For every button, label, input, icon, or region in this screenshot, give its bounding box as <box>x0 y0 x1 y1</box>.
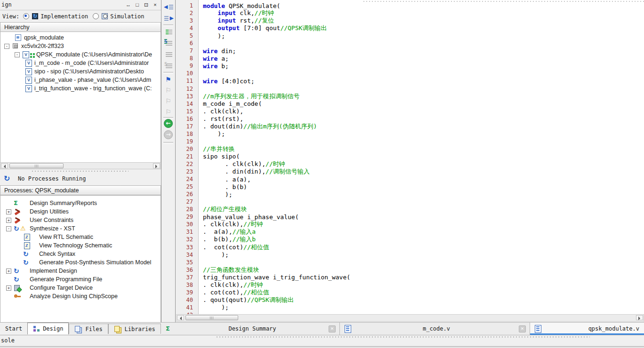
code-line[interactable]: 14m_code i_m_code( <box>176 100 644 108</box>
code-line[interactable]: 35 <box>176 259 644 266</box>
code-line[interactable]: 15. clk(clk), <box>176 108 644 115</box>
doc-tab-m-code-v[interactable]: m_code.v✕ <box>340 323 530 335</box>
collapse-icon[interactable]: - <box>4 44 9 49</box>
code-line[interactable]: 30. clk(clk),//时钟 <box>176 221 644 228</box>
code-line[interactable]: 33. cot(cot)//相位值 <box>176 244 644 251</box>
code-line[interactable]: 28//相位产生模块 <box>176 206 644 213</box>
collapse-icon[interactable]: - <box>6 226 11 231</box>
navigate-forward-button[interactable] <box>164 130 173 139</box>
tree-item[interactable]: i_phase_value - phase_value (C:\Users\Ad… <box>0 76 161 84</box>
tree-item[interactable]: +Implement Design <box>0 267 161 275</box>
scroll-left-arrow-icon[interactable] <box>1 163 8 168</box>
tree-item[interactable]: Analyze Design Using ChipScope <box>0 292 161 301</box>
close-icon[interactable]: ✕ <box>519 325 526 332</box>
code-line[interactable]: 9wire b; <box>176 62 644 70</box>
code-line[interactable]: 26 ); <box>176 190 644 198</box>
tab-files[interactable]: Files <box>69 324 108 334</box>
next-bookmark-button[interactable] <box>164 96 174 106</box>
scroll-right-arrow-icon[interactable] <box>153 163 160 168</box>
code-line[interactable]: 20//串并转换 <box>176 145 644 153</box>
tree-item[interactable]: qpsk_modulate <box>0 33 161 42</box>
code-line[interactable]: 19 <box>176 138 644 145</box>
doc-tab-design-summary[interactable]: Design Summary✕ <box>162 323 340 335</box>
code-line[interactable]: 10 <box>176 70 644 77</box>
restore-button[interactable]: ⊡ <box>143 1 150 8</box>
code-line[interactable]: 6 <box>176 40 644 47</box>
tab-start[interactable]: Start <box>0 324 27 334</box>
code-line[interactable]: 16. rst(rst), <box>176 115 644 123</box>
close-icon[interactable]: ✕ <box>329 325 336 332</box>
code-line[interactable]: 8wire a; <box>176 55 644 62</box>
tree-item[interactable]: i_trig_function_wave - trig_function_wav… <box>0 84 161 93</box>
editor-scroll-thumb[interactable] <box>185 315 238 320</box>
tree-item[interactable]: +Configure Target Device <box>0 284 161 292</box>
navigate-back-button[interactable] <box>164 119 173 128</box>
uncomment-lines-disabled-button[interactable] <box>164 62 174 71</box>
tab-libraries[interactable]: Libraries <box>108 324 161 334</box>
code-line[interactable]: 3 input rst,//复位 <box>176 17 644 24</box>
code-line[interactable]: 41 ); <box>176 304 644 311</box>
editor-scroll-left-arrow-icon[interactable] <box>177 315 184 320</box>
code-line[interactable]: 40. qout(qout)//QPSK调制输出 <box>176 296 644 304</box>
prev-bookmark-button[interactable] <box>164 86 174 95</box>
tree-item[interactable]: i_m_code - m_code (C:\Users\Administrato… <box>0 59 161 67</box>
tree-item[interactable]: Check Syntax <box>0 250 161 258</box>
comment-lines-disabled-button[interactable] <box>164 50 174 60</box>
code-line[interactable]: 23 . din(din),//调制信号输入 <box>176 168 644 175</box>
code-line[interactable]: 36//三角函数发生模块 <box>176 266 644 274</box>
editor-scroll-right-arrow-icon[interactable] <box>636 315 643 320</box>
code-line[interactable]: 37trig_function_wave i_trig_function_wav… <box>176 274 644 281</box>
code-line[interactable]: 29phase_value i_phase_value( <box>176 213 644 221</box>
code-line[interactable]: 32. b(b),//输入b <box>176 236 644 243</box>
tree-item[interactable]: Generate Post-Synthesis Simulation Model <box>0 258 161 267</box>
tree-item[interactable]: -Synthesize - XST <box>0 224 161 233</box>
uncomment-lines-button[interactable] <box>164 39 174 48</box>
hierarchy-hscrollbar[interactable] <box>0 162 161 169</box>
float-button[interactable]: ↔ <box>125 1 132 8</box>
code-line[interactable]: 18 ); <box>176 130 644 138</box>
code-line[interactable]: 13//m序列发生器，用于模拟调制信号 <box>176 93 644 100</box>
doc-tab-qpsk-modulate-v[interactable]: qpsk_modulate.v <box>530 323 644 335</box>
code-line[interactable]: 22 . clk(clk),//时钟 <box>176 160 644 168</box>
tab-design[interactable]: Design <box>27 323 69 334</box>
shift-right-button[interactable] <box>164 14 174 23</box>
radio-implementation[interactable] <box>23 13 29 19</box>
code-editor[interactable]: 1module QPSK_modulate(2 input clk,//时钟3 … <box>176 0 644 314</box>
shift-left-button[interactable] <box>164 2 174 12</box>
tree-item[interactable]: sipo - sipo (C:\Users\Administrator\Desk… <box>0 67 161 76</box>
code-line[interactable]: 39. cot(cot),//相位值 <box>176 289 644 296</box>
code-line[interactable]: 25 . b(b) <box>176 183 644 190</box>
code-line[interactable]: 31. a(a),//输入a <box>176 228 644 236</box>
code-line[interactable]: 24 . a(a), <box>176 175 644 183</box>
close-button[interactable]: × <box>152 1 159 8</box>
clear-bookmarks-button[interactable] <box>164 107 174 117</box>
code-line[interactable]: 27 <box>176 198 644 206</box>
tree-item[interactable]: View Technology Schematic <box>0 241 161 250</box>
hierarchy-scroll-thumb[interactable] <box>9 163 64 168</box>
code-line[interactable]: 5 ); <box>176 32 644 40</box>
tree-item[interactable]: Generate Programming File <box>0 275 161 284</box>
code-line[interactable]: 2 input clk,//时钟 <box>176 9 644 17</box>
code-line[interactable]: 38. clk(clk),//时钟 <box>176 281 644 289</box>
editor-hscrollbar[interactable] <box>176 314 644 322</box>
expand-icon[interactable]: + <box>6 209 11 214</box>
code-line[interactable]: 7wire din; <box>176 47 644 55</box>
radio-simulation[interactable] <box>93 13 99 19</box>
tree-item[interactable]: -xc5vlx20t-2ff323 <box>0 42 161 50</box>
expand-icon[interactable]: + <box>6 269 11 274</box>
maximize-button[interactable]: □ <box>134 1 141 8</box>
tree-item[interactable]: -QPSK_modulate (C:\Users\Administrator\D… <box>0 50 161 59</box>
code-line[interactable]: 21sipo sipo( <box>176 153 644 160</box>
tree-item[interactable]: +Design Utilities <box>0 207 161 216</box>
toggle-bookmark-button[interactable] <box>164 75 174 84</box>
code-line[interactable]: 12 <box>176 85 644 93</box>
tree-item[interactable]: +User Constraints <box>0 216 161 224</box>
tree-item[interactable]: Design Summary/Reports <box>0 199 161 207</box>
code-line[interactable]: 1module QPSK_modulate( <box>176 2 644 9</box>
code-line[interactable]: 34 ); <box>176 251 644 259</box>
code-line[interactable]: 11wire [4:0]cot; <box>176 77 644 85</box>
tree-item[interactable]: View RTL Schematic <box>0 233 161 241</box>
expand-icon[interactable]: + <box>6 285 11 291</box>
comment-lines-button[interactable] <box>164 28 174 37</box>
expand-icon[interactable]: + <box>6 218 11 223</box>
